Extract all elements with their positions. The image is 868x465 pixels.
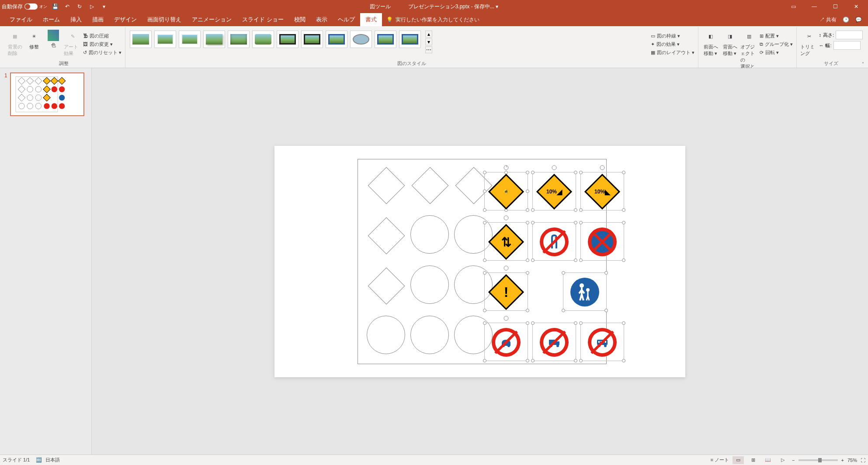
slide-thumbnail-1[interactable]: [10, 72, 84, 116]
selected-image[interactable]: 10%◢: [532, 172, 576, 210]
placeholder-circle[interactable]: [410, 215, 449, 254]
autosave-toggle[interactable]: 自動保存 オン: [2, 3, 47, 10]
placeholder-diamond[interactable]: [368, 217, 405, 254]
minimize-icon[interactable]: —: [808, 0, 821, 13]
picture-style-gallery[interactable]: ▴ ▾ ⋯: [128, 29, 434, 55]
style-thumb-5[interactable]: [228, 31, 250, 48]
language-indicator[interactable]: 日本語: [45, 457, 60, 463]
slide-canvas[interactable]: 🚸 10%◢ 10%◣ ⇅: [274, 146, 685, 377]
tab-file[interactable]: ファイル: [4, 13, 38, 26]
rotation-handle-icon[interactable]: [503, 265, 509, 271]
gallery-scroll-up[interactable]: ▴: [425, 31, 432, 38]
placeholder-diamond[interactable]: [412, 167, 449, 204]
tab-help[interactable]: ヘルプ: [333, 13, 360, 26]
slideshow-view-button[interactable]: ▷: [777, 456, 788, 464]
slide-edit-area[interactable]: 🚸 10%◢ 10%◣ ⇅: [92, 68, 868, 455]
height-input[interactable]: [836, 31, 863, 39]
slide-thumbnail-panel[interactable]: 1: [0, 68, 92, 455]
placeholder-circle[interactable]: [410, 316, 449, 354]
selected-image[interactable]: 🚸: [484, 172, 528, 210]
tab-design[interactable]: デザイン: [109, 13, 142, 26]
tab-home[interactable]: ホーム: [38, 13, 65, 26]
selected-image[interactable]: !: [484, 272, 528, 311]
undo-icon[interactable]: ↶: [63, 2, 72, 11]
style-thumb-6[interactable]: [252, 31, 274, 48]
style-thumb-4[interactable]: [203, 31, 225, 48]
zoom-slider[interactable]: [799, 459, 838, 461]
align-button[interactable]: ⊞配置 ▾: [759, 32, 794, 40]
tab-animations[interactable]: アニメーション: [187, 13, 237, 26]
rotation-handle-icon[interactable]: [551, 165, 557, 171]
save-icon[interactable]: 💾: [51, 2, 59, 11]
gallery-more[interactable]: ⋯: [425, 46, 432, 53]
tab-transitions[interactable]: 画面切り替え: [142, 13, 187, 26]
history-icon[interactable]: 🕑: [843, 17, 849, 23]
style-thumb-2[interactable]: [154, 31, 176, 48]
selected-image[interactable]: [580, 323, 624, 361]
fit-to-window-button[interactable]: ⛶: [861, 458, 865, 463]
style-thumb-1[interactable]: [130, 31, 152, 48]
picture-layout-button[interactable]: ▦図のレイアウト ▾: [650, 49, 695, 56]
placeholder-diamond[interactable]: [368, 267, 405, 304]
zoom-out-button[interactable]: −: [792, 458, 795, 463]
style-thumb-3[interactable]: [179, 31, 201, 48]
share-button[interactable]: ↗ 共有: [819, 16, 837, 24]
selected-image[interactable]: 10%◣: [580, 172, 624, 210]
selected-image[interactable]: [580, 222, 624, 261]
rotate-button[interactable]: ⟳回転 ▾: [759, 49, 794, 56]
tab-view[interactable]: 表示: [311, 13, 333, 26]
tab-format[interactable]: 書式: [360, 13, 382, 26]
picture-border-button[interactable]: ▭図の枠線 ▾: [650, 32, 695, 40]
style-thumb-9[interactable]: [326, 31, 347, 48]
style-thumb-10[interactable]: [350, 31, 372, 48]
placeholder-diamond[interactable]: [368, 167, 405, 204]
slide-sorter-view-button[interactable]: ⊞: [747, 456, 759, 464]
tell-me-search[interactable]: 💡 実行したい作業を入力してください: [386, 13, 479, 26]
placeholder-circle[interactable]: [367, 316, 405, 354]
ribbon-display-options-icon[interactable]: ▭: [787, 0, 800, 13]
style-thumb-8[interactable]: [301, 31, 323, 48]
slide-indicator[interactable]: スライド 1/1: [3, 457, 30, 463]
change-picture-button[interactable]: 🖼図の変更 ▾: [82, 41, 122, 48]
style-thumb-11[interactable]: [375, 31, 396, 48]
remove-background-button[interactable]: ▦ 背景の 削除: [5, 29, 24, 58]
send-backward-button[interactable]: ◨ 背面へ 移動 ▾: [720, 29, 740, 58]
tab-slideshow[interactable]: スライド ショー: [237, 13, 289, 26]
normal-view-button[interactable]: ▭: [733, 456, 744, 464]
group-button[interactable]: ⧉グループ化 ▾: [759, 41, 794, 48]
reset-picture-button[interactable]: ↺図のリセット ▾: [82, 49, 122, 56]
artistic-effects-button[interactable]: ✎ アート効果: [63, 29, 82, 58]
comments-icon[interactable]: 💬: [855, 17, 862, 23]
picture-effects-button[interactable]: ✦図の効果 ▾: [650, 41, 695, 48]
selected-image[interactable]: [532, 323, 576, 361]
spell-check-icon[interactable]: 🔤: [36, 457, 42, 463]
reading-view-button[interactable]: 📖: [762, 456, 774, 464]
tab-insert[interactable]: 挿入: [65, 13, 87, 26]
rotation-handle-icon[interactable]: [503, 315, 509, 321]
rotation-handle-icon[interactable]: [599, 165, 605, 171]
selected-image[interactable]: [563, 272, 607, 311]
bring-forward-button[interactable]: ◧ 前面へ 移動 ▾: [701, 29, 720, 58]
placeholder-circle[interactable]: [410, 265, 449, 304]
gallery-scroll-down[interactable]: ▾: [425, 38, 432, 45]
width-input[interactable]: [833, 41, 861, 50]
color-button[interactable]: 色: [44, 29, 63, 49]
selected-image[interactable]: [484, 323, 528, 361]
zoom-level[interactable]: 75%: [847, 458, 857, 463]
selected-image[interactable]: [532, 222, 576, 261]
rotation-handle-icon[interactable]: [503, 165, 509, 171]
zoom-in-button[interactable]: +: [841, 458, 844, 463]
selected-image[interactable]: ⇅: [484, 222, 528, 261]
tab-draw[interactable]: 描画: [87, 13, 109, 26]
tab-review[interactable]: 校閲: [289, 13, 311, 26]
notes-button[interactable]: ≡ ノート: [711, 457, 729, 463]
close-icon[interactable]: ✕: [850, 0, 863, 13]
corrections-button[interactable]: ☀ 修整: [24, 29, 44, 51]
start-from-beginning-icon[interactable]: ▷: [87, 2, 96, 11]
style-thumb-7[interactable]: [277, 31, 299, 48]
style-thumb-12[interactable]: [399, 31, 421, 48]
collapse-ribbon-button[interactable]: ˄: [859, 60, 866, 67]
qat-more-icon[interactable]: ▾: [100, 2, 108, 11]
maximize-icon[interactable]: ☐: [829, 0, 842, 13]
redo-icon[interactable]: ↻: [75, 2, 84, 11]
